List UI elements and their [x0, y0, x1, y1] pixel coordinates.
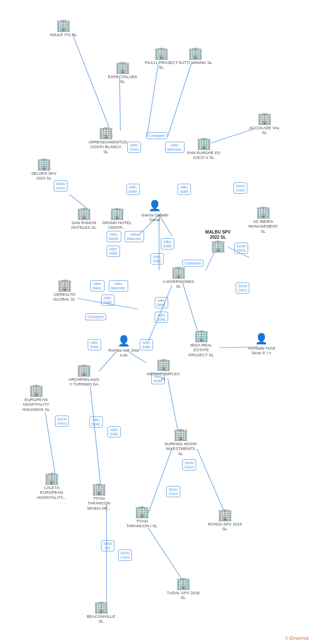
building-icon-inversiones: 🏢: [171, 266, 186, 278]
person-icon-garcia: 👤: [148, 200, 161, 212]
label-inversiones: A INVERSIONES SL: [161, 279, 196, 289]
building-icon-ibiza: 🏢: [194, 330, 209, 342]
node-archipielago: 🏢 ARCHIPIELAGO Y TURISMO SA: [67, 364, 101, 387]
badge-adm-solid-inv4: Adm.Solid.: [155, 312, 168, 323]
building-icon-selven: 🏢: [37, 158, 52, 170]
badge-adm-solid-inv3: Adm.Solid.: [155, 297, 168, 308]
building-icon-sutti: 🏢: [188, 47, 203, 59]
node-caleta: 🏢 CALETA EUROPEAN HOSPITALITY...: [34, 472, 69, 500]
node-ad-iberia: 🏢 AD IBERIA MANAGEMENT SL: [246, 206, 280, 234]
label-ibiza: IBIZA REAL ESTATE PROJECT SL: [184, 343, 218, 357]
label-expectalabs: EXPECTALABS SL: [105, 74, 140, 84]
node-san-ramon: 🏢 SAN RAMON HOTELES SL: [67, 207, 101, 230]
building-icon-pan-europe: 🏢: [196, 137, 212, 149]
svg-line-1: [147, 64, 158, 137]
building-icon-european: 🏢: [29, 384, 44, 396]
svg-line-19: [197, 449, 226, 515]
building-icon-ronsa: 🏢: [218, 509, 233, 521]
label-anule: ANULE ITG SL: [49, 32, 77, 37]
label-surfing: SURFING MOON INVESTMENTS SL: [163, 441, 198, 456]
node-accolade-val: 🏢 ACCOLADE VAL SL: [247, 112, 282, 135]
building-icon-beaconville: 🏢: [94, 601, 109, 613]
label-european: EUROPEAN HOSPITALITY HOLDINGS SL: [19, 397, 53, 412]
node-grand-hotel: 🏢 GRAND HOTEL CENTR...: [100, 207, 134, 230]
svg-line-16: [168, 378, 178, 434]
copyright-text: © Empresa: [285, 635, 309, 641]
building-icon-accolade-val: 🏢: [257, 112, 272, 125]
svg-line-3: [120, 78, 120, 131]
node-ibiza-real: 🏢 IBIZA REAL ESTATE PROJECT SL: [184, 330, 218, 357]
label-mediacomplex: MEDIACOMPLEX SL: [146, 371, 181, 381]
badge-adm-solid-rumba1: Adm.Solid.: [88, 339, 101, 350]
building-icon-ad-iberia: 🏢: [256, 206, 271, 218]
svg-line-17: [90, 386, 101, 489]
node-arrendamientos: 🏢 ARRENDAMIENTOS COSTA BLANCA SL: [89, 127, 123, 154]
label-cerealto: CEREALTO GLOBAL SL: [47, 292, 82, 302]
person-icon-accolade-fund: 👤: [255, 333, 268, 345]
building-icon-mediacomplex: 🏢: [156, 358, 171, 371]
badge-adm-solid-inv2: Adm.Solid.: [150, 253, 164, 264]
label-titan-sl: TITAN TARANCON I SL: [125, 519, 159, 529]
label-malbu-name: MALBU SPV 2022 SL: [201, 230, 235, 240]
badge-socio-unico-surf2: SocioÚnico: [166, 486, 180, 497]
label-garcia: Garcia Collado Oscar: [138, 213, 172, 222]
label-san-ramon: SAN RAMON HOTELES SL: [67, 220, 101, 230]
node-titan-tarancon-sl: 🏢 TITAN TARANCON I SL: [125, 506, 159, 529]
label-ronsa: RONSA SPV 2018 SL: [208, 522, 242, 532]
building-icon-archipielago: 🏢: [77, 364, 92, 376]
badge-adm-mancom-gran: Adm.Mancom.: [125, 231, 144, 242]
node-pg111: 🏢 PG111 PROJECT SL: [144, 47, 178, 70]
node-ronsa-spv: 🏢 RONSA SPV 2018 SL: [208, 509, 242, 532]
badge-adm-solid-arch1: Adm.Solid.: [89, 416, 103, 428]
badge-adm-unico: Adm.Único: [127, 142, 141, 153]
label-selven: SELVEN SPV 2022 SL: [27, 171, 61, 181]
node-beaconville: 🏢 BEACONVILLE SL: [84, 601, 118, 624]
building-icon-malbu: 🏢: [211, 240, 226, 252]
badge-consejero-arr: Consejero: [146, 132, 167, 139]
badge-adm-solid-inv1: Adm.Solid.: [161, 238, 174, 249]
node-cerealto: 🏢 CEREALTO GLOBAL SL: [47, 279, 82, 302]
badge-adm-solid-arch2: Adm.Solid.: [107, 426, 121, 437]
building-icon-surfing: 🏢: [173, 428, 188, 440]
badge-socio-unico-titan1: SocioÚni.: [101, 540, 114, 551]
building-icon-titan1: 🏢: [92, 483, 107, 495]
node-malbu-spv: MALBU SPV 2022 SL 🏢: [201, 229, 235, 252]
svg-line-2: [168, 64, 191, 137]
label-caleta: CALETA EUROPEAN HOSPITALITY...: [34, 485, 69, 500]
badge-consejero-cerealto: Consejero: [85, 313, 106, 320]
node-tudal-spv: 🏢 TUDAL SPV 2018 SL: [166, 577, 200, 600]
node-inversiones: 🏢 A INVERSIONES SL: [161, 266, 196, 289]
person-icon-rumba: 👤: [117, 335, 130, 347]
badge-socio-unico-malbu: SocioÚnico: [234, 243, 248, 254]
badge-socio-unico-surf1: SocioÚnico: [182, 459, 196, 471]
badge-adm-mand-gran: Adm.Mand.: [107, 231, 121, 242]
badge-adm-mancom-cerealto2: Adm.Mancom.: [109, 280, 128, 292]
label-arrendamientos: ARRENDAMIENTOS COSTA BLANCA SL: [89, 140, 123, 154]
label-pg111: PG111 PROJECT SL: [144, 60, 178, 70]
building-icon-anule: 🏢: [56, 19, 71, 31]
label-sutti: SUTTI MINING SL: [178, 60, 212, 65]
node-sutti: 🏢 SUTTI MINING SL: [178, 47, 212, 65]
label-grand-hotel: GRAND HOTEL CENTR...: [100, 220, 134, 230]
badge-adm-solid-gran: Adm.Solid.: [107, 246, 120, 257]
building-icon-pg111: 🏢: [154, 47, 169, 59]
building-icon-grand-hotel: 🏢: [110, 207, 125, 219]
node-titan-tarancon: 🏢 TITAN TARANCON SENDA DE...: [82, 483, 116, 510]
node-mediacomplex: 🏢 MEDIACOMPLEX SL: [146, 358, 181, 381]
badge-adm-solid-pan: Adm.Solid.: [178, 184, 191, 195]
node-selven-spv: 🏢 SELVEN SPV 2022 SL: [27, 158, 61, 181]
label-archipielago: ARCHIPIELAGO Y TURISMO SA: [67, 377, 101, 387]
badge-socio-unico-accolade: SocioÚnico: [233, 182, 247, 194]
brand-name: Empresa: [290, 635, 309, 641]
building-icon-tudal: 🏢: [176, 577, 191, 589]
node-anule-itg: 🏢 ANULE ITG SL: [49, 19, 77, 37]
svg-line-0: [72, 33, 113, 137]
label-titan1: TITAN TARANCON SENDA DE...: [82, 496, 116, 510]
label-tudal: TUDAL SPV 2018 SL: [166, 590, 200, 600]
badge-adm-mancom-1: Adm.Mancom.: [165, 142, 184, 153]
node-garcia-collado: 👤 Garcia Collado Oscar: [138, 200, 172, 222]
building-icon-expectalabs: 🏢: [115, 61, 130, 73]
node-rumba-real: 👤 Rumba real Jose Luis: [107, 335, 141, 358]
chart-container: 🏢 ANULE ITG SL 🏢 PG111 PROJECT SL 🏢 SUTT…: [0, 0, 313, 644]
badge-adm-manc-cerealto: Adm.Manc.: [90, 280, 104, 292]
